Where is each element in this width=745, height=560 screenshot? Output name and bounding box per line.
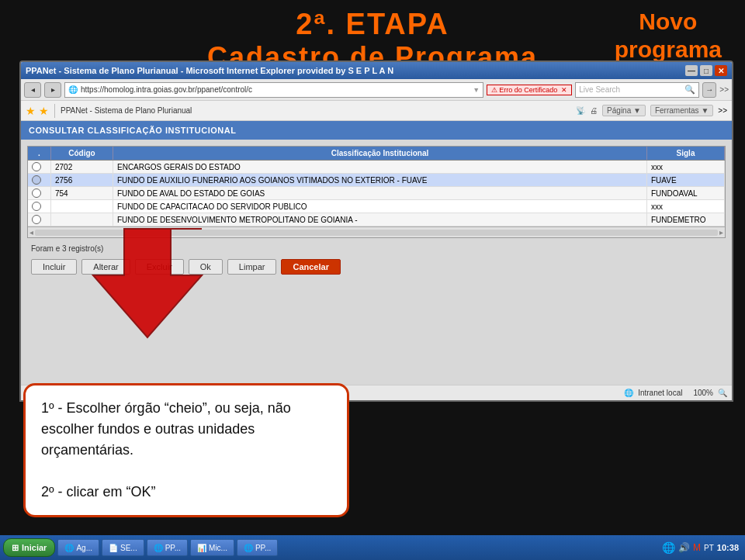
taskbar-icon-pp2: 🌐: [244, 544, 253, 552]
browser-toolbar2: ★ ★ PPANet - Sistema de Plano Plurianual…: [21, 101, 732, 121]
address-icon: 🌐: [68, 85, 78, 94]
table-row[interactable]: 2702 ENCARGOS GERAIS DO ESTADO xxx: [28, 161, 725, 174]
row3-classification: FUNDO DE AVAL DO ESTADO DE GOIAS: [113, 187, 647, 199]
search-bar[interactable]: Live Search 🔍: [575, 82, 699, 98]
taskbar-label-pp2: PP...: [255, 544, 271, 552]
tray-lang: PT: [704, 544, 714, 552]
tray-antivirus-icon: M: [693, 542, 701, 553]
more-btn[interactable]: >>: [718, 106, 727, 115]
row2-code: 2756: [51, 174, 113, 186]
taskbar-icon-se: 📄: [109, 544, 118, 552]
star-icon: ★: [26, 105, 36, 117]
alterar-button[interactable]: Alterar: [81, 259, 130, 275]
taskbar-item-mic[interactable]: 📊 Mic...: [190, 539, 234, 556]
taskbar-clock: 10:38: [717, 543, 739, 552]
page-header-text: CONSULTAR CLASSIFICAÇÃO INSTITUCIONAL: [29, 126, 236, 135]
title-novo-line2: programa: [615, 36, 722, 64]
minimize-button[interactable]: —: [685, 65, 698, 76]
close-button[interactable]: ✕: [715, 65, 727, 76]
maximize-button[interactable]: □: [700, 65, 712, 76]
taskbar-item-pp1[interactable]: 🌐 PP...: [147, 539, 188, 556]
taskbar-item-se[interactable]: 📄 SE...: [102, 539, 144, 556]
forward-button[interactable]: ▸: [44, 82, 61, 98]
rss-icon[interactable]: 📡: [576, 106, 585, 115]
ok-button[interactable]: Ok: [189, 259, 223, 275]
row5-classification: FUNDO DE DESENVOLVIMENTO METROPOLITANO D…: [113, 213, 647, 226]
zone-text: Intranet local: [638, 389, 682, 397]
scroll-right[interactable]: ▸: [719, 228, 723, 237]
instruction-text: 1º - Escolher órgão “cheio”, ou seja, nã…: [41, 398, 331, 503]
row1-radio[interactable]: [28, 161, 51, 173]
taskbar-item-pp2[interactable]: 🌐 PP...: [237, 539, 278, 556]
table-container: . Código Classificação Institucional Sig…: [27, 146, 726, 238]
browser-window: PPANet - Sistema de Plano Plurianual - M…: [19, 60, 733, 402]
taskbar-item-ag[interactable]: 🌐 Ag...: [57, 539, 99, 556]
row4-radio[interactable]: [28, 200, 51, 213]
row2-classification: FUNDO DE AUXILIO FUNERARIO AOS GOIANOS V…: [113, 174, 647, 186]
table-row[interactable]: FUNDO DE CAPACITACAO DO SERVIDOR PUBLICO…: [28, 200, 725, 213]
tray-speaker-icon: 🔊: [678, 542, 690, 553]
row4-sigla: xxx: [647, 200, 725, 213]
scroll-left[interactable]: ◂: [29, 228, 33, 237]
taskbar-icon-pp1: 🌐: [154, 544, 163, 552]
tray-globe-icon: 🌐: [662, 541, 675, 554]
cert-close[interactable]: ✕: [561, 86, 567, 94]
row5-code: [51, 213, 113, 226]
page-header: CONSULTAR CLASSIFICAÇÃO INSTITUCIONAL: [21, 121, 732, 140]
taskbar-icon-mic: 📊: [197, 544, 206, 552]
incluir-button[interactable]: Incluir: [31, 259, 77, 275]
table-row[interactable]: 2756 FUNDO DE AUXILIO FUNERARIO AOS GOIA…: [28, 174, 725, 187]
back-button[interactable]: ◂: [24, 82, 41, 98]
dropdown-icon[interactable]: ▼: [473, 86, 480, 94]
search-placeholder: Live Search: [579, 85, 620, 94]
table-row[interactable]: FUNDO DE DESENVOLVIMENTO METROPOLITANO D…: [28, 213, 725, 226]
search-icon[interactable]: 🔍: [684, 85, 695, 95]
table-row[interactable]: 754 FUNDO DE AVAL DO ESTADO DE GOIAS FUN…: [28, 187, 725, 200]
taskbar: ⊞ Iniciar 🌐 Ag... 📄 SE... 🌐 PP... 📊 Mic.…: [0, 535, 745, 560]
limpar-button[interactable]: Limpar: [227, 259, 277, 275]
row2-radio[interactable]: [28, 174, 51, 186]
row3-code: 754: [51, 187, 113, 199]
zone-icon: 🌐: [624, 389, 633, 397]
cert-icon: ⚠: [491, 86, 497, 94]
horizontal-scrollbar[interactable]: ◂ ▸: [28, 226, 725, 237]
start-button[interactable]: ⊞ Iniciar: [3, 538, 55, 557]
row5-radio[interactable]: [28, 213, 51, 226]
record-count: Foram e 3 registro(s): [27, 243, 726, 254]
row3-sigla: FUNDOAVAL: [647, 187, 725, 199]
pagina-btn[interactable]: Página ▼: [602, 105, 646, 116]
row3-radio[interactable]: [28, 187, 51, 199]
browser-controls: — □ ✕: [685, 65, 727, 76]
title-novo: Novo programa: [615, 8, 722, 64]
status-right: 🌐 Intranet local 100% 🔍: [624, 389, 727, 397]
col-code: Código: [51, 147, 113, 160]
row1-code: 2702: [51, 161, 113, 173]
scroll-track[interactable]: [35, 230, 718, 236]
toolbar-more[interactable]: >>: [719, 85, 729, 94]
row4-code: [51, 200, 113, 213]
address-bar[interactable]: 🌐 https://homolog.intra.goias.gov.br/ppa…: [64, 82, 483, 98]
taskbar-label-mic: Mic...: [209, 544, 227, 552]
cancelar-button[interactable]: Cancelar: [281, 259, 340, 275]
search-submit[interactable]: →: [702, 82, 716, 98]
col-sigla: Sigla: [647, 147, 725, 160]
title-novo-line1: Novo: [615, 8, 722, 36]
star2-icon: ★: [39, 105, 49, 117]
row1-sigla: xxx: [647, 161, 725, 173]
address-text: https://homolog.intra.goias.gov.br/ppane…: [81, 85, 470, 94]
print-icon[interactable]: 🖨: [590, 106, 598, 115]
instruction-line3: orçamentárias.: [41, 442, 133, 458]
windows-icon: ⊞: [12, 543, 19, 553]
browser-titlebar: PPANet - Sistema de Plano Plurianual - M…: [21, 62, 732, 79]
browser-title: PPANet - Sistema de Plano Plurianual - M…: [26, 66, 393, 75]
zoom-icon: 🔍: [718, 389, 727, 397]
row4-classification: FUNDO DE CAPACITACAO DO SERVIDOR PUBLICO: [113, 200, 647, 213]
taskbar-tray: 🌐 🔊 M PT 10:38: [662, 541, 742, 554]
ferramentas-btn[interactable]: Ferramentas ▼: [650, 105, 713, 116]
col-classification: Classificação Institucional: [113, 147, 647, 160]
table-header: . Código Classificação Institucional Sig…: [28, 147, 725, 161]
instruction-box: 1º - Escolher órgão “cheio”, ou seja, nã…: [23, 383, 349, 517]
browser-toolbar: ◂ ▸ 🌐 https://homolog.intra.goias.gov.br…: [21, 79, 732, 101]
excluir-button[interactable]: Excluir: [135, 259, 184, 275]
instruction-line2: escolher fundos e outras unidades: [41, 421, 255, 437]
